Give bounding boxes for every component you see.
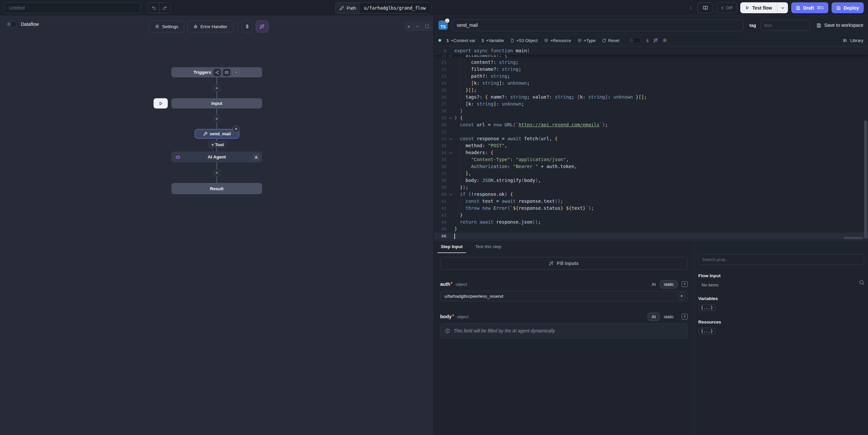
code-line[interactable]: 31 <box>434 128 868 135</box>
tab-test-this-step[interactable]: Test this step <box>472 241 505 253</box>
code-line[interactable]: 43 } <box>434 212 868 219</box>
expression-mode-button[interactable]: f <box>682 314 688 319</box>
error-handler-button[interactable]: Error Handler <box>187 21 233 32</box>
add-variable-button[interactable]: $ +Variable <box>482 38 504 43</box>
draft-button[interactable]: Draft ⌘S <box>791 2 828 13</box>
flow-canvas[interactable]: Dataflow Settings Error Handler $ + <box>0 16 434 435</box>
code-line[interactable]: 44 return await response.json(); <box>434 219 868 226</box>
reset-button[interactable]: Reset <box>602 38 619 43</box>
ai-wand-button[interactable] <box>256 21 268 32</box>
flow-title-input[interactable] <box>4 2 141 13</box>
redo-button[interactable] <box>159 3 170 13</box>
mode-static-button[interactable]: static <box>660 280 678 288</box>
save-to-workspace-button[interactable]: Save to workspace <box>816 23 863 28</box>
code-line[interactable]: 23 path?: string; <box>434 73 868 80</box>
undo-button[interactable] <box>148 3 159 13</box>
variables-object-chip[interactable]: {...} <box>698 304 715 311</box>
editor-vertical-scrollbar[interactable] <box>864 121 867 238</box>
webhook-trigger-button[interactable] <box>213 69 221 76</box>
diff-mode-button[interactable]: ± <box>646 38 649 43</box>
expression-button[interactable]: $ <box>242 21 253 32</box>
expression-mode-button[interactable]: f <box>682 281 688 287</box>
dataflow-toggle[interactable] <box>6 21 17 27</box>
code-line[interactable]: 46 <box>434 232 868 240</box>
code-line[interactable]: 30 const url = new URL(`https://api.rese… <box>434 121 868 128</box>
prop-search-input[interactable] <box>698 254 864 265</box>
auth-value-input[interactable] <box>444 294 678 299</box>
add-step-button-2[interactable]: + <box>213 115 220 122</box>
code-line[interactable]: 39 }); <box>434 184 868 191</box>
node-ai-agent[interactable]: AI Agent a <box>172 152 262 162</box>
add-type-button[interactable]: +Type <box>578 38 596 43</box>
ai-wand-button[interactable] <box>653 38 658 43</box>
zoom-out-button[interactable]: − <box>416 24 419 29</box>
add-trigger-button[interactable]: + <box>232 69 240 76</box>
mode-ai-button[interactable]: AI <box>648 313 659 321</box>
diff-button[interactable]: ± Diff <box>716 2 737 13</box>
field-auth: auth * object AI static f ✕ <box>440 280 688 301</box>
code-line[interactable]: 33 method: "POST", <box>434 142 868 149</box>
mode-ai-button[interactable]: AI <box>648 280 659 288</box>
tag-input[interactable] <box>761 20 810 31</box>
code-editor[interactable]: 20 attachments?: {21 content?: string;22… <box>434 46 868 241</box>
code-line[interactable]: 40 if (!response.ok) { <box>434 191 868 198</box>
resources-object-chip[interactable]: {...} <box>698 328 715 335</box>
body-ai-hint-text: This field will be filled by the AI agen… <box>454 328 555 334</box>
remove-tool-button[interactable]: ✕ <box>232 125 240 132</box>
code-line[interactable]: 37 }, <box>434 170 868 177</box>
deploy-button[interactable]: Deploy <box>832 2 864 13</box>
library-button[interactable]: Library <box>843 38 863 43</box>
code-line[interactable]: 41 const text = await response.text(); <box>434 198 868 205</box>
zoom-in-button[interactable]: + <box>407 24 410 29</box>
editor-horizontal-scrollbar[interactable] <box>844 237 863 239</box>
code-lines[interactable]: 20 attachments?: {21 content?: string;22… <box>434 52 868 240</box>
toggle-knob <box>629 38 633 42</box>
node-result[interactable]: Result <box>172 183 262 194</box>
code-line[interactable]: 26 tags?: { name?: string; value?: strin… <box>434 94 868 100</box>
code-line[interactable]: 36 Authorization: "Bearer " + auth.token… <box>434 163 868 170</box>
fit-view-button[interactable] <box>425 24 429 28</box>
clear-value-button[interactable]: ✕ <box>678 292 685 300</box>
add-step-button-1[interactable]: + <box>213 84 220 92</box>
node-triggers[interactable]: Triggers + <box>172 67 262 77</box>
code-line[interactable]: 25 }[]; <box>434 87 868 94</box>
code-line[interactable]: 29) { <box>434 115 868 121</box>
code-line[interactable]: 32 const response = await fetch(url, { <box>434 135 868 142</box>
search-icon[interactable] <box>859 280 865 285</box>
add-tool-button[interactable]: + Tool <box>208 141 227 148</box>
code-line[interactable]: 38 body: JSON.stringify(body), <box>434 177 868 184</box>
run-input-button[interactable] <box>154 98 168 108</box>
node-send-mail[interactable]: send_mail <box>194 129 239 138</box>
mode-static-button[interactable]: static <box>660 313 678 321</box>
input-label: Input <box>212 101 222 106</box>
tab-step-input[interactable]: Step Input <box>437 241 466 253</box>
code-line[interactable]: 22 filename?: string; <box>434 66 868 73</box>
code-line[interactable]: 28 } <box>434 107 868 115</box>
code-line[interactable]: 27 [k: string]: unknown; <box>434 100 868 107</box>
email-trigger-button[interactable] <box>223 69 230 76</box>
add-s3-object-button[interactable]: +S3 Object <box>510 38 538 43</box>
code-line[interactable]: 21 content?: string; <box>434 59 868 66</box>
code-line[interactable]: 45} <box>434 226 868 232</box>
step-name-input[interactable] <box>452 20 744 31</box>
add-context-var-button[interactable]: $ +Context var <box>446 38 475 43</box>
flow-path-chip[interactable]: Path u/farhadglbs/grand_flow <box>335 2 432 13</box>
code-line[interactable]: 24 [k: string]: unknown; <box>434 80 868 87</box>
docs-button[interactable] <box>698 2 713 13</box>
code-line[interactable]: 35 "Content-Type": "application/json", <box>434 156 868 163</box>
settings-button[interactable]: Settings <box>149 21 184 32</box>
assistant-toggle[interactable] <box>628 37 641 43</box>
add-resource-button[interactable]: +Resource <box>544 38 571 43</box>
code-line[interactable]: 42 throw new Error(`${response.status} $… <box>434 205 868 212</box>
sticky-scope-line[interactable]: 8export async function main( <box>434 46 868 55</box>
test-flow-dropdown-button[interactable] <box>777 2 788 13</box>
node-input[interactable]: Input <box>172 98 262 108</box>
code-line[interactable]: 34 headers: { <box>434 149 868 156</box>
fill-inputs-button[interactable]: Fill inputs <box>440 257 688 270</box>
auth-value-box: ✕ <box>440 291 688 301</box>
test-flow-button[interactable]: Test flow <box>740 2 777 13</box>
editor-settings-button[interactable] <box>662 38 667 43</box>
code-line[interactable]: 8export async function main( <box>434 47 868 54</box>
add-step-button-3[interactable]: + <box>213 169 220 176</box>
more-menu-button[interactable] <box>687 5 694 10</box>
